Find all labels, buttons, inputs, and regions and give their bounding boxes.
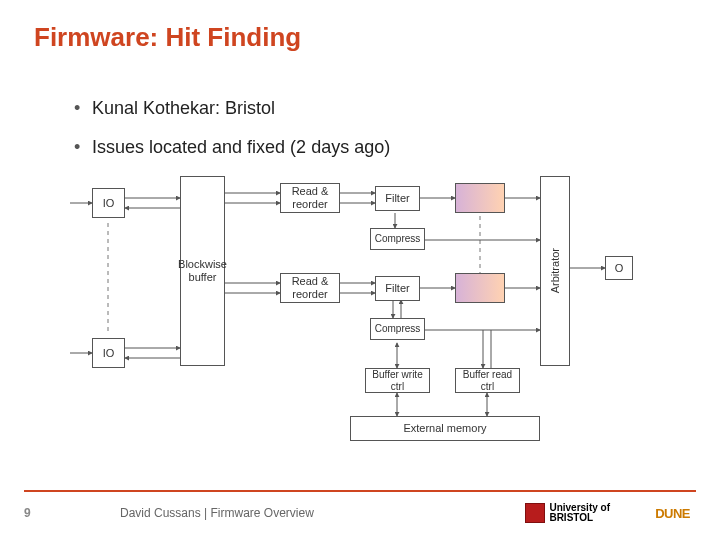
page-number: 9 (24, 506, 31, 520)
gradient-bottom-box (455, 273, 505, 303)
arbitrator-box: Arbitrator (540, 176, 570, 366)
arbitrator-label: Arbitrator (549, 248, 562, 293)
blockwise-buffer-box: Blockwise buffer (180, 176, 225, 366)
bristol-text: University of BRISTOL (549, 503, 610, 523)
dune-text: DUNE (655, 506, 690, 521)
filter-bottom-box: Filter (375, 276, 420, 301)
dune-logo: DUNE (655, 502, 690, 524)
buffer-write-ctrl-box: Buffer write ctrl (365, 368, 430, 393)
bristol-logo: University of BRISTOL (525, 502, 610, 524)
read-reorder-bottom-box: Read & reorder (280, 273, 340, 303)
buffer-read-ctrl-box: Buffer read ctrl (455, 368, 520, 393)
bullet-item: Issues located and fixed (2 days ago) (74, 137, 686, 158)
compress-bottom-box: Compress (370, 318, 425, 340)
filter-top-box: Filter (375, 186, 420, 211)
footer-rule (24, 490, 696, 492)
compress-top-box: Compress (370, 228, 425, 250)
gradient-top-box (455, 183, 505, 213)
bullet-item: Kunal Kothekar: Bristol (74, 98, 686, 119)
slide-title: Firmware: Hit Finding (34, 22, 301, 53)
bristol-crest-icon (525, 503, 545, 523)
footer-text: David Cussans | Firmware Overview (120, 506, 314, 520)
block-diagram: IO IO Blockwise buffer Read & reorder Re… (70, 168, 660, 458)
output-box: O (605, 256, 633, 280)
read-reorder-top-box: Read & reorder (280, 183, 340, 213)
io-box-top: IO (92, 188, 125, 218)
io-box-bottom: IO (92, 338, 125, 368)
external-memory-box: External memory (350, 416, 540, 441)
bullet-list: Kunal Kothekar: Bristol Issues located a… (34, 98, 686, 176)
